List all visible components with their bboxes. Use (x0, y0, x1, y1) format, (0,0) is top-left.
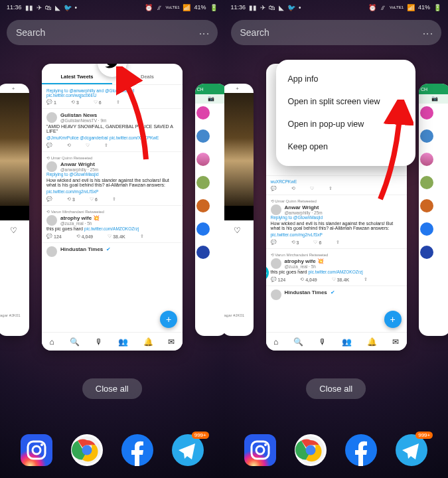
tweet-partial[interactable]: wuXRCPKwE 💬 ⟲ ♡ ⇪ (266, 175, 407, 195)
tweet-url[interactable]: pic.twitter.com/wqjsc66EU (46, 93, 178, 98)
like-icon[interactable]: ♡ 6 (94, 100, 102, 105)
messages-icon[interactable]: ✉ (168, 337, 175, 347)
communities-icon[interactable]: 👥 (342, 337, 352, 347)
menu-split-screen[interactable]: Open in split screen view (276, 90, 415, 113)
like-icon[interactable]: ♡ (86, 143, 90, 148)
share-icon[interactable]: ⇪ (112, 197, 116, 202)
retweet-icon[interactable]: ⟲ 3 (71, 100, 79, 105)
camera-icon[interactable]: 📷 (419, 94, 448, 104)
reply-icon[interactable]: 💬 124 (271, 277, 286, 282)
avatar[interactable] (46, 215, 57, 226)
avatar[interactable] (46, 112, 57, 123)
telegram-app[interactable]: 999+ (172, 434, 204, 466)
avatar[interactable] (46, 246, 57, 257)
tweet-url[interactable]: wuXRCPKwE (271, 179, 402, 184)
reply-icon[interactable]: 💬 (271, 186, 277, 191)
tweet-url[interactable]: pic.twitter.com/AMZOKOZrzj (309, 270, 363, 274)
reply-icon[interactable]: 💬 (46, 143, 52, 148)
tab-plus[interactable]: + (224, 84, 254, 93)
like-icon[interactable]: ♡ (310, 186, 314, 191)
avatar[interactable] (196, 246, 210, 259)
recent-card-left[interactable]: + ♡ agar #JK01 (0, 84, 29, 336)
spaces-icon[interactable]: 🎙 (319, 337, 327, 347)
avatar[interactable] (196, 106, 210, 120)
home-icon[interactable]: ⌂ (49, 337, 54, 347)
share-icon[interactable]: ⇪ (116, 100, 120, 105)
tweet-url[interactable]: pic.twitter.com/AMZOKOZrzj (84, 226, 139, 231)
retweet-icon[interactable]: ⟲ (291, 186, 295, 191)
tweet-5[interactable]: Hindustan Times ✔ (42, 243, 183, 276)
communities-icon[interactable]: 👥 (118, 337, 128, 347)
avatar[interactable] (271, 204, 281, 215)
recent-card-right[interactable]: CH 📷 (195, 84, 224, 336)
avatar[interactable] (271, 258, 281, 269)
recents-search[interactable]: Search ⋮ (231, 20, 442, 45)
avatar[interactable] (420, 246, 433, 259)
search-icon[interactable]: 🔍 (70, 337, 80, 347)
chrome-app[interactable] (295, 434, 327, 466)
tweet-url[interactable]: pic.twitter.com/mg2rvLfSxP (271, 232, 323, 237)
recent-card-left[interactable]: + ♡ agar #JK01 (224, 84, 254, 336)
more-icon[interactable]: ⋮ (421, 28, 434, 37)
avatar[interactable] (420, 199, 433, 212)
facebook-app[interactable] (345, 434, 377, 466)
like-icon[interactable]: ♡ 6 (313, 240, 321, 245)
instagram-app[interactable] (21, 434, 52, 466)
reply-icon[interactable]: 💬 124 (46, 234, 62, 239)
compose-fab[interactable]: + (160, 311, 177, 328)
mentions[interactable]: @JmuKmrPolice @dcganderbal (46, 135, 108, 140)
avatar[interactable] (420, 153, 433, 166)
menu-app-info[interactable]: App info (276, 68, 415, 90)
facebook-app[interactable] (121, 434, 153, 466)
messages-icon[interactable]: ✉ (392, 337, 399, 347)
tweet-4[interactable]: ⟲ Varun Mirchandani Retweeted atrophy wi… (266, 249, 407, 286)
tweet-url[interactable]: pic.twitter.com/mg2rvLfSxP (46, 189, 98, 194)
retweet-icon[interactable]: ⟲ 4,049 (300, 277, 317, 282)
telegram-app[interactable]: 999+ (396, 434, 427, 466)
recent-card-twitter[interactable]: Latest Tweets Deals Replying to @anwarph… (42, 64, 183, 351)
like-icon[interactable]: ♡ 38.4K (108, 234, 125, 239)
camera-icon[interactable]: 📷 (195, 94, 224, 104)
menu-popup-view[interactable]: Open in pop-up view (276, 113, 415, 135)
recent-card-right[interactable]: CH 📷 (419, 84, 448, 336)
avatar[interactable] (196, 153, 210, 166)
share-icon[interactable]: ⇪ (364, 277, 368, 282)
notifications-icon[interactable]: 🔔 (367, 337, 377, 347)
notifications-icon[interactable]: 🔔 (143, 337, 153, 347)
reply-icon[interactable]: 💬 1 (46, 100, 56, 105)
chrome-app[interactable] (71, 434, 103, 466)
reply-icon[interactable]: 💬 (46, 197, 52, 202)
retweet-icon[interactable]: ⟲ 4,049 (76, 234, 94, 239)
tweet-3[interactable]: ⟲ Umar Quinn Retweeted Anwar Wright @anw… (266, 195, 407, 249)
like-icon[interactable]: ♡ 38.4K (332, 277, 350, 282)
menu-keep-open[interactable]: Keep open (276, 135, 415, 158)
more-icon[interactable]: ⋮ (197, 28, 210, 37)
bookmark-icon[interactable]: ♡ (224, 220, 254, 240)
retweet-icon[interactable]: ⟲ 3 (291, 240, 299, 245)
tweet-1[interactable]: Replying to @anwarphilly and @GtownMasji… (42, 85, 183, 109)
retweet-icon[interactable]: ⟲ 3 (67, 197, 75, 202)
avatar[interactable] (420, 129, 433, 143)
tweet-3[interactable]: ⟲ Umar Quinn Retweeted Anwar Wright @anw… (42, 152, 183, 206)
avatar[interactable] (196, 199, 210, 212)
home-icon[interactable]: ⌂ (273, 337, 278, 347)
tweet-4[interactable]: ⟲ Varun Mirchandani Retweeted atrophy wi… (42, 206, 183, 243)
share-icon[interactable]: ⇪ (336, 240, 340, 245)
search-icon[interactable]: 🔍 (293, 337, 303, 347)
like-icon[interactable]: ♡ 6 (90, 197, 98, 202)
avatar[interactable] (420, 106, 433, 120)
bookmark-icon[interactable]: ♡ (0, 220, 29, 240)
share-icon[interactable]: ⇪ (140, 234, 144, 239)
reply-icon[interactable]: 💬 (271, 240, 277, 245)
avatar[interactable] (420, 176, 433, 189)
instagram-app[interactable] (244, 434, 276, 466)
recents-search[interactable]: Search ⋮ (7, 20, 218, 45)
close-all-button[interactable]: Close all (82, 378, 142, 399)
avatar[interactable] (196, 129, 210, 143)
avatar[interactable] (196, 176, 210, 189)
close-all-button[interactable]: Close all (306, 378, 366, 399)
avatar[interactable] (420, 222, 433, 236)
compose-fab[interactable]: + (384, 311, 402, 328)
retweet-icon[interactable]: ⟲ (67, 143, 71, 148)
share-icon[interactable]: ⇪ (329, 186, 333, 191)
